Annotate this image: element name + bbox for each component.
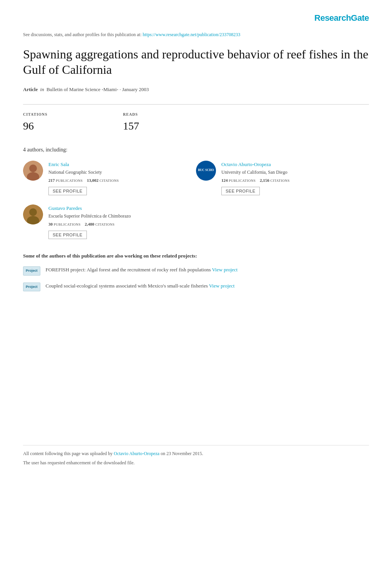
svg-point-4: [29, 208, 37, 216]
author-card-enric-sala: Enric Sala National Geographic Society 2…: [23, 161, 196, 204]
article-meta: Article in Bulletin of Marine Science -M…: [23, 86, 369, 93]
article-date: January 2003: [122, 86, 149, 92]
avatar-image-gustavo: [23, 204, 43, 224]
author-card-gustavo: Gustavo Paredes Escuela Superior Politéc…: [23, 204, 196, 248]
avatar-image-enric-sala: [23, 161, 43, 181]
authors-count-text: 4 authors, including:: [23, 147, 68, 153]
footer-upload-date: on 23 November 2015.: [161, 451, 203, 456]
project-badge-2: Project: [23, 283, 40, 292]
author-institution-octavio: University of California, San Diego: [221, 169, 369, 176]
gustavo-pub-count: 30: [48, 222, 53, 226]
see-profile-gustavo[interactable]: SEE PROFILE: [48, 231, 87, 239]
see-profile-enric-sala[interactable]: SEE PROFILE: [48, 187, 87, 195]
gustavo-pub-label: PUBLICATIONS: [54, 223, 81, 226]
author-institution-enric-sala: National Geographic Society: [48, 169, 196, 176]
footer-upload-text: All content following this page was uplo…: [23, 450, 369, 457]
footer-upload-prefix: All content following this page was uplo…: [23, 451, 113, 456]
journal-name: Bulletin of Marine Science -Miami-: [47, 86, 118, 92]
related-projects-title: Some of the authors of this publication …: [23, 252, 369, 260]
article-type: Article: [23, 86, 38, 92]
author-stats-gustavo: 30 PUBLICATIONS 2,480 CITATIONS: [48, 221, 196, 228]
gustavo-cit-count: 2,480: [85, 222, 95, 226]
author-name-gustavo[interactable]: Gustavo Paredes: [48, 204, 196, 212]
author-avatar-enric-sala: [23, 161, 43, 181]
view-project-link-2[interactable]: View project: [209, 283, 235, 289]
article-title: Spawning aggregations and reproductive b…: [23, 47, 369, 77]
citations-label: CITATIONS: [23, 111, 100, 117]
see-discussions-text: See discussions, stats, and author profi…: [23, 32, 141, 37]
citations-block: CITATIONS 96: [23, 111, 100, 134]
author-avatar-gustavo: [23, 204, 43, 224]
project-item-2: Project Coupled social-ecological system…: [23, 283, 369, 292]
stats-divider: [23, 104, 369, 105]
footer-uploader-name[interactable]: Octavio Aburto-Oropeza: [114, 451, 161, 456]
author-stats-octavio: 124 PUBLICATIONS 2,156 CITATIONS: [221, 177, 369, 184]
buc-scho-text: BUC SCHO: [198, 169, 214, 172]
date-separator: ·: [120, 86, 121, 92]
reads-value: 157: [123, 118, 200, 134]
header-logo: ResearchGate: [23, 12, 369, 24]
footer-user-note: The user has requested enhancement of th…: [23, 459, 369, 466]
reads-label: READS: [123, 111, 200, 117]
reads-block: READS 157: [123, 111, 200, 134]
author-stats-enric-sala: 217 PUBLICATIONS 13,002 CITATIONS: [48, 177, 196, 184]
see-discussions-bar: See discussions, stats, and author profi…: [23, 31, 369, 38]
footer-area: All content following this page was uplo…: [23, 445, 369, 466]
author-institution-gustavo: Escuela Superior Politécnica de Chimbora…: [48, 213, 196, 219]
svg-point-1: [29, 165, 37, 172]
project-text-2: Coupled social-ecological systems associ…: [46, 283, 235, 289]
project-badge-1: Project: [23, 266, 40, 276]
project-item-1: Project FOREFISH project: Algal forest a…: [23, 266, 369, 276]
author-card-octavio: BUC SCHO Octavio Aburto-Oropeza Universi…: [196, 161, 369, 204]
enric-cit-label: CITATIONS: [100, 179, 119, 183]
author-name-octavio[interactable]: Octavio Aburto-Oropeza: [221, 161, 369, 168]
author-info-octavio: Octavio Aburto-Oropeza University of Cal…: [221, 161, 369, 195]
gustavo-cit-label: CITATIONS: [95, 223, 115, 226]
project-description-1: FOREFISH project: Algal forest and the r…: [46, 267, 211, 273]
author-name-enric-sala[interactable]: Enric Sala: [48, 161, 196, 168]
project-description-2: Coupled social-ecological systems associ…: [46, 283, 208, 289]
view-project-link-1[interactable]: View project: [212, 267, 238, 273]
authors-grid: Enric Sala National Geographic Society 2…: [23, 161, 369, 248]
in-word: in: [40, 86, 44, 92]
buc-scho-badge: BUC SCHO: [196, 161, 216, 181]
avatar-svg-enric: [23, 161, 43, 181]
author-info-enric-sala: Enric Sala National Geographic Society 2…: [48, 161, 196, 195]
see-profile-octavio[interactable]: SEE PROFILE: [221, 187, 260, 195]
enric-pub-label: PUBLICATIONS: [56, 179, 83, 183]
researchgate-logo: ResearchGate: [314, 13, 369, 23]
project-text-1: FOREFISH project: Algal forest and the r…: [46, 266, 238, 273]
citations-value: 96: [23, 118, 100, 134]
octavio-pub-count: 124: [221, 178, 228, 183]
stats-row: CITATIONS 96 READS 157: [23, 111, 369, 134]
related-projects-section: Some of the authors of this publication …: [23, 252, 369, 292]
enric-pub-count: 217: [48, 178, 55, 183]
octavio-cit-count: 2,156: [260, 178, 269, 183]
octavio-cit-label: CITATIONS: [271, 179, 290, 183]
avatar-svg-gustavo: [23, 204, 43, 224]
author-avatar-octavio: BUC SCHO: [196, 161, 216, 181]
authors-section-title: 4 authors, including:: [23, 146, 369, 154]
publication-url[interactable]: https://www.researchgate.net/publication…: [143, 32, 240, 37]
octavio-pub-label: PUBLICATIONS: [229, 179, 256, 183]
enric-cit-count: 13,002: [87, 178, 98, 183]
author-info-gustavo: Gustavo Paredes Escuela Superior Politéc…: [48, 204, 196, 239]
